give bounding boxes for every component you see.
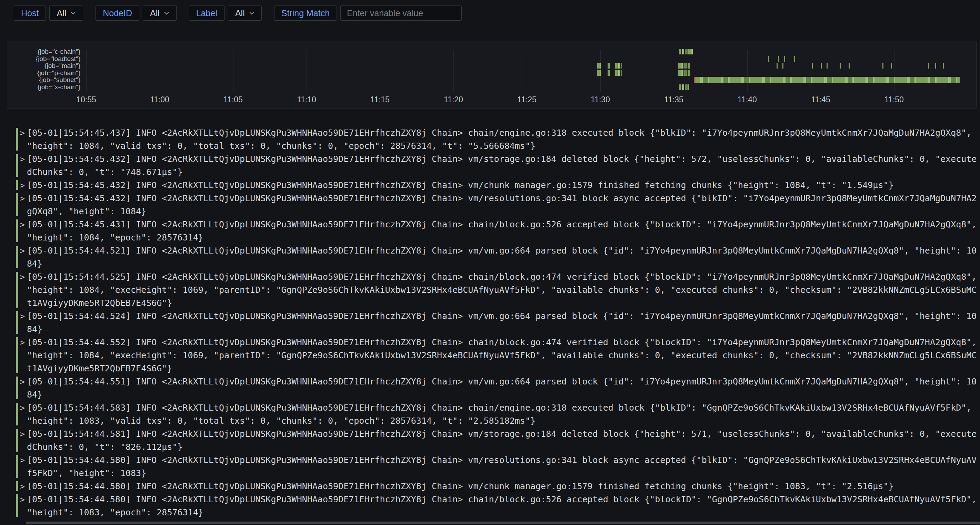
series-error-tick xyxy=(694,77,695,83)
x-axis-label: 11:30 xyxy=(580,95,621,105)
chevron-right-icon[interactable]: > xyxy=(20,127,25,140)
log-row[interactable]: >[05-01|15:54:44.580] INFO <2AcRkXTLLtQj… xyxy=(16,493,980,519)
log-line-text: 84} xyxy=(27,257,980,270)
log-row[interactable]: >[05-01|15:54:45.432] INFO <2AcRkXTLLtQj… xyxy=(16,179,980,192)
log-line-text: dChunks": 0, "t": "748.671µs"} xyxy=(27,166,980,179)
log-row[interactable]: >[05-01|15:54:44.525] INFO <2AcRkXTLLtQj… xyxy=(16,270,980,310)
chevron-right-icon[interactable]: > xyxy=(20,401,25,414)
legend-item[interactable]: {job="p-chain"} xyxy=(7,70,80,77)
gridline xyxy=(160,49,160,92)
series-tick-mark xyxy=(827,63,827,68)
log-line-text: gQXq8", "height": 1084} xyxy=(27,205,980,218)
gridline xyxy=(894,49,894,92)
log-level-bar xyxy=(16,455,18,478)
series-tick-mark xyxy=(768,56,769,62)
chevron-right-icon[interactable]: > xyxy=(20,179,25,192)
log-row[interactable]: >[05-01|15:54:44.521] INFO <2AcRkXTLLtQj… xyxy=(16,244,980,270)
variable-label-nodeid: NodeID xyxy=(95,5,139,21)
log-row[interactable]: >[05-01|15:54:45.437] INFO <2AcRkXTLLtQj… xyxy=(16,127,980,152)
chevron-right-icon[interactable]: > xyxy=(20,218,25,231)
log-line-text: [05-01|15:54:44.580] INFO <2AcRkXTLLtQjv… xyxy=(27,480,980,493)
timeline-legend: {job="c-chain"}{job="loadtest"}{job="mai… xyxy=(7,48,80,90)
variable-label-string-match: String Match xyxy=(274,5,337,21)
log-row[interactable]: >[05-01|15:54:44.551] INFO <2AcRkXTLLtQj… xyxy=(16,375,980,401)
log-line-text: f5FkD", "height": 1083} xyxy=(27,467,980,480)
series-tick-mark xyxy=(928,63,929,68)
log-line-text: [05-01|15:54:44.525] INFO <2AcRkXTLLtQjv… xyxy=(27,270,980,284)
series-cluster-mark xyxy=(679,84,689,90)
x-axis-label: 11:00 xyxy=(139,95,180,105)
x-axis-label: 11:20 xyxy=(433,95,474,105)
log-line-text: 84} xyxy=(27,388,980,401)
grafana-logs-dashboard: Host All NodeID All Label All xyxy=(0,0,980,525)
gridline xyxy=(233,49,234,92)
log-row[interactable]: >[05-01|15:54:44.524] INFO <2AcRkXTLLtQj… xyxy=(16,310,980,336)
log-row[interactable]: >[05-01|15:54:45.432] INFO <2AcRkXTLLtQj… xyxy=(16,192,980,218)
log-level-bar xyxy=(16,272,18,308)
chevron-right-icon[interactable]: > xyxy=(20,375,25,388)
gridline xyxy=(821,49,821,92)
log-level-bar xyxy=(16,180,18,190)
x-axis-label: 11:40 xyxy=(727,95,768,105)
log-line-text: [05-01|15:54:44.583] INFO <2AcRkXTLLtQjv… xyxy=(27,401,980,414)
series-tick-mark xyxy=(882,63,883,68)
legend-item[interactable]: {job="c-chain"} xyxy=(7,48,80,56)
chevron-right-icon[interactable]: > xyxy=(20,192,25,205)
logs-list: >[05-01|15:54:45.437] INFO <2AcRkXTLLtQj… xyxy=(0,127,980,519)
gridline xyxy=(453,49,454,92)
variable-dropdown-nodeid[interactable]: All xyxy=(143,5,177,21)
chevron-right-icon[interactable]: > xyxy=(20,428,25,441)
chevron-right-icon[interactable]: > xyxy=(20,454,25,467)
legend-item[interactable]: {job="main"} xyxy=(7,62,80,70)
gridline xyxy=(380,49,380,92)
chevron-right-icon[interactable]: > xyxy=(20,480,25,493)
log-row[interactable]: >[05-01|15:54:44.552] INFO <2AcRkXTLLtQj… xyxy=(16,336,980,375)
chevron-right-icon[interactable]: > xyxy=(20,493,25,506)
log-row[interactable]: >[05-01|15:54:45.432] INFO <2AcRkXTLLtQj… xyxy=(16,152,980,179)
chevron-right-icon[interactable]: > xyxy=(20,152,25,166)
series-tick-mark xyxy=(784,56,785,62)
status-timeline-plot: 10:5511:0011:0511:1011:1511:2011:2511:30… xyxy=(7,41,976,108)
log-line-text: "height": 1083, "epoch": 28576314} xyxy=(27,506,980,519)
series-cluster-mark xyxy=(678,63,691,68)
log-level-bar xyxy=(16,337,18,373)
variable-label: Label All xyxy=(189,5,262,21)
x-axis-label: 11:05 xyxy=(212,95,254,105)
variable-dropdown-label[interactable]: All xyxy=(228,5,262,21)
x-axis-label: 11:45 xyxy=(800,95,842,105)
log-line-text: [05-01|15:54:45.432] INFO <2AcRkXTLLtQjv… xyxy=(27,179,980,192)
log-row[interactable]: >[05-01|15:54:44.583] INFO <2AcRkXTLLtQj… xyxy=(16,401,980,428)
log-line-text: [05-01|15:54:44.552] INFO <2AcRkXTLLtQjv… xyxy=(27,336,980,349)
chevron-right-icon[interactable]: > xyxy=(20,310,25,323)
chevron-right-icon[interactable]: > xyxy=(20,270,25,284)
log-row[interactable]: >[05-01|15:54:44.580] INFO <2AcRkXTLLtQj… xyxy=(16,454,980,480)
chevron-right-icon[interactable]: > xyxy=(20,336,25,349)
log-line-text: [05-01|15:54:44.580] INFO <2AcRkXTLLtQjv… xyxy=(27,454,980,467)
variable-dropdown-host[interactable]: All xyxy=(49,5,83,21)
chevron-down-icon xyxy=(164,11,169,15)
legend-item[interactable]: {job="x-chain"} xyxy=(7,84,80,91)
gridline xyxy=(747,49,748,92)
log-level-bar xyxy=(16,403,18,425)
chevron-right-icon[interactable]: > xyxy=(20,244,25,257)
log-level-bar xyxy=(16,193,18,216)
series-tick-mark xyxy=(794,56,795,62)
series-cluster-mark xyxy=(678,70,691,76)
series-cluster-mark xyxy=(615,63,622,68)
legend-item[interactable]: {job="loadtest"} xyxy=(7,56,80,63)
gridline xyxy=(674,49,674,92)
horizontal-scrollbar[interactable] xyxy=(26,522,980,524)
variable-label-label: Label xyxy=(189,5,224,21)
log-level-bar xyxy=(16,219,18,242)
series-tick-mark xyxy=(891,63,892,68)
legend-item[interactable]: {job="subnet"} xyxy=(7,76,80,84)
series-cluster-mark xyxy=(615,70,622,76)
variables-toolbar: Host All NodeID All Label All xyxy=(14,5,474,21)
log-row[interactable]: >[05-01|15:54:44.581] INFO <2AcRkXTLLtQj… xyxy=(16,428,980,454)
string-match-input[interactable] xyxy=(340,5,462,21)
log-row[interactable]: >[05-01|15:54:45.431] INFO <2AcRkXTLLtQj… xyxy=(16,218,980,244)
log-level-bar xyxy=(16,376,18,399)
log-row[interactable]: >[05-01|15:54:44.580] INFO <2AcRkXTLLtQj… xyxy=(16,480,980,493)
log-level-bar xyxy=(16,154,18,177)
log-level-bar xyxy=(16,481,18,491)
